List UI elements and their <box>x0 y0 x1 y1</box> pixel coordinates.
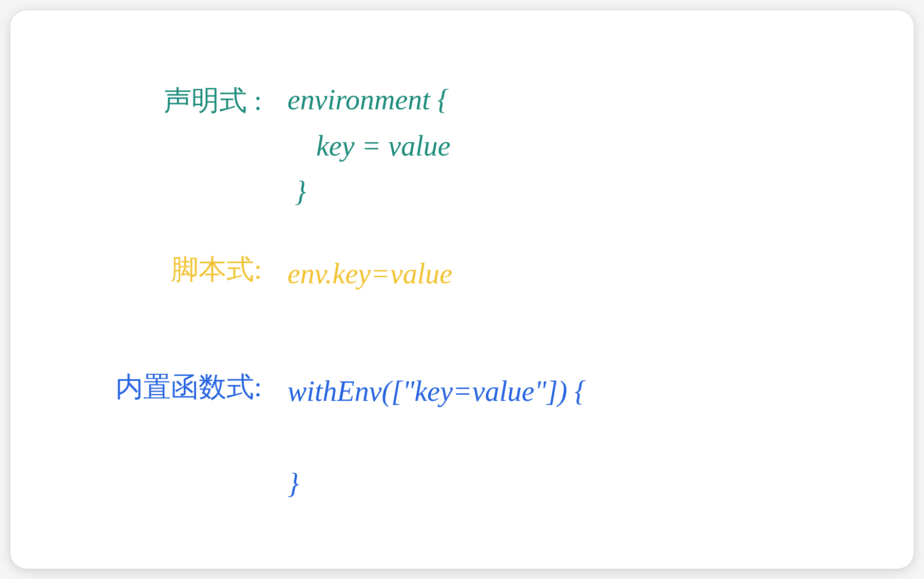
scripted-code: env.key=value <box>287 251 452 297</box>
scripted-label: 脚本式: <box>113 251 287 288</box>
diagram-card: 声明式 : environment { key = value } 脚本式: e… <box>10 10 914 569</box>
declarative-code: environment { key = value } <box>287 77 451 215</box>
declarative-section: 声明式 : environment { key = value } <box>113 77 862 215</box>
scripted-section: 脚本式: env.key=value <box>113 251 862 297</box>
builtin-code: withEnv(["key=value"]) { } <box>287 369 586 507</box>
builtin-label: 内置函数式: <box>113 369 287 406</box>
declarative-label: 声明式 : <box>113 77 287 120</box>
builtin-section: 内置函数式: withEnv(["key=value"]) { } <box>113 369 862 507</box>
